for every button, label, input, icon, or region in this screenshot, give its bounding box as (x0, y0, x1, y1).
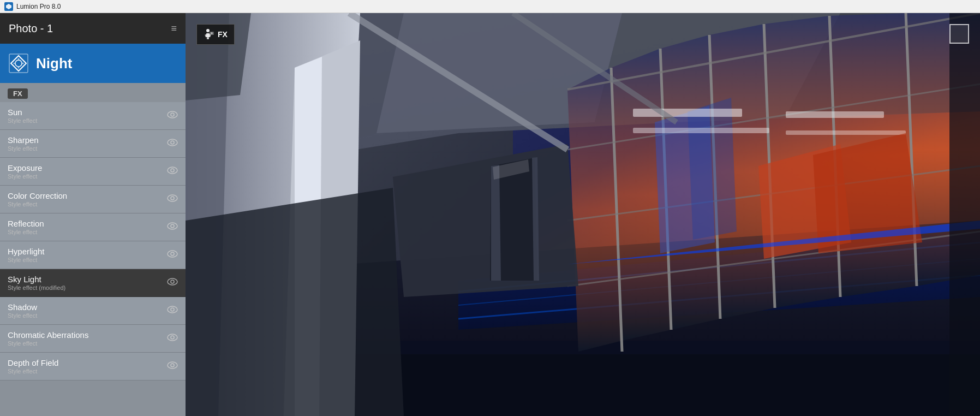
effect-sub-shadow: Style effect (8, 312, 37, 319)
effect-item-color-correction[interactable]: Color CorrectionStyle effect (0, 186, 186, 213)
mini-preview-square[interactable] (949, 24, 969, 44)
svg-point-25 (171, 336, 174, 339)
svg-rect-65 (633, 109, 742, 117)
svg-point-6 (18, 67, 20, 69)
effect-eye-icon-hyperlight[interactable] (167, 250, 178, 260)
viewport: FX (186, 13, 980, 416)
svg-point-13 (171, 169, 174, 172)
svg-point-8 (168, 111, 177, 118)
effect-name-sharpen: Sharpen (8, 135, 39, 145)
effect-eye-icon-chromatic-aberrations[interactable] (167, 334, 178, 343)
night-banner: Night (0, 44, 186, 83)
photo-title: Photo - 1 (9, 22, 53, 35)
effect-name-shadow: Shadow (8, 302, 37, 312)
effect-eye-icon-shadow[interactable] (167, 306, 178, 316)
svg-point-14 (168, 195, 177, 201)
effect-name-reflection: Reflection (8, 219, 44, 228)
effect-item-sun[interactable]: SunStyle effect (0, 102, 186, 130)
effect-item-exposure[interactable]: ExposureStyle effect (0, 158, 186, 186)
svg-point-18 (168, 251, 177, 257)
svg-point-20 (168, 278, 177, 285)
effect-sub-exposure: Style effect (8, 173, 42, 180)
svg-point-3 (15, 60, 22, 67)
night-mode-icon (9, 54, 28, 73)
svg-rect-68 (786, 130, 906, 135)
svg-point-27 (171, 364, 174, 367)
effect-name-exposure: Exposure (8, 163, 42, 173)
svg-marker-2 (11, 56, 26, 71)
app-title: Lumion Pro 8.0 (16, 3, 61, 10)
effect-sub-sun: Style effect (8, 117, 37, 124)
effect-name-chromatic-aberrations: Chromatic Aberrations (8, 330, 88, 340)
svg-point-15 (171, 197, 174, 200)
effect-sub-color-correction: Style effect (8, 201, 67, 207)
fx-badge: FX (8, 88, 28, 99)
main-layout: Photo - 1 ≡ Night (0, 13, 980, 416)
effect-item-hyperlight[interactable]: HyperlightStyle effect (0, 241, 186, 269)
effect-sub-chromatic-aberrations: Style effect (8, 340, 88, 347)
svg-marker-0 (6, 4, 11, 9)
svg-point-9 (171, 113, 174, 116)
effect-sub-sharpen: Style effect (8, 145, 39, 152)
titlebar: Lumion Pro 8.0 (0, 0, 980, 13)
effect-item-chromatic-aberrations[interactable]: Chromatic AberrationsStyle effect (0, 325, 186, 353)
photo-header: Photo - 1 ≡ (0, 13, 186, 44)
effect-item-sky-light[interactable]: Sky LightStyle effect (modified) (0, 269, 186, 297)
effect-item-shadow[interactable]: ShadowStyle effect (0, 297, 186, 325)
svg-marker-64 (688, 98, 737, 240)
svg-rect-89 (208, 37, 209, 39)
app-icon (4, 2, 13, 11)
menu-icon[interactable]: ≡ (171, 23, 177, 34)
svg-point-4 (18, 58, 20, 60)
effect-eye-icon-sharpen[interactable] (167, 139, 178, 148)
effect-sub-hyperlight: Style effect (8, 257, 45, 263)
svg-marker-82 (186, 188, 404, 416)
svg-point-84 (206, 29, 210, 32)
svg-point-17 (171, 224, 174, 228)
fx-overlay-label: FX (218, 30, 228, 39)
effect-name-sky-light: Sky Light (8, 275, 65, 284)
svg-point-16 (168, 223, 177, 229)
effect-item-sharpen[interactable]: SharpenStyle effect (0, 130, 186, 158)
effects-list[interactable]: SunStyle effect SharpenStyle effect Expo… (0, 102, 186, 416)
svg-point-7 (14, 63, 15, 64)
svg-point-23 (171, 308, 174, 311)
svg-point-22 (168, 306, 177, 313)
svg-point-10 (168, 139, 177, 146)
effect-eye-icon-depth-of-field[interactable] (167, 361, 178, 371)
effect-name-sun: Sun (8, 108, 37, 117)
svg-point-11 (171, 141, 174, 144)
effect-name-depth-of-field: Depth of Field (8, 358, 58, 367)
fx-overlay-button[interactable]: FX (196, 24, 235, 45)
svg-point-21 (171, 280, 174, 283)
effect-eye-icon-sun[interactable] (167, 111, 178, 121)
effect-eye-icon-sky-light[interactable] (167, 278, 178, 288)
effect-eye-icon-color-correction[interactable] (167, 194, 178, 204)
svg-marker-83 (949, 13, 980, 416)
svg-rect-1 (9, 54, 28, 73)
effect-sub-reflection: Style effect (8, 229, 44, 235)
svg-marker-73 (491, 165, 501, 281)
svg-marker-71 (393, 144, 578, 297)
scene-background (186, 13, 980, 416)
effect-eye-icon-exposure[interactable] (167, 167, 178, 176)
effect-name-color-correction: Color Correction (8, 191, 67, 200)
svg-rect-88 (207, 37, 208, 39)
sidebar: Photo - 1 ≡ Night (0, 13, 186, 416)
svg-point-24 (168, 334, 177, 341)
effect-sub-depth-of-field: Style effect (8, 368, 58, 375)
svg-point-5 (22, 63, 24, 64)
effect-sub-sky-light: Style effect (modified) (8, 284, 65, 291)
effect-name-hyperlight: Hyperlight (8, 247, 45, 256)
svg-point-12 (168, 167, 177, 174)
effect-eye-icon-reflection[interactable] (167, 222, 178, 232)
svg-rect-66 (633, 128, 769, 133)
svg-point-91 (211, 32, 213, 34)
fx-label-row: FX (0, 83, 186, 102)
svg-rect-67 (786, 111, 884, 118)
svg-point-26 (168, 362, 177, 369)
svg-point-19 (171, 252, 174, 255)
effect-item-depth-of-field[interactable]: Depth of FieldStyle effect (0, 353, 186, 381)
night-label: Night (36, 55, 72, 72)
effect-item-reflection[interactable]: ReflectionStyle effect (0, 213, 186, 241)
